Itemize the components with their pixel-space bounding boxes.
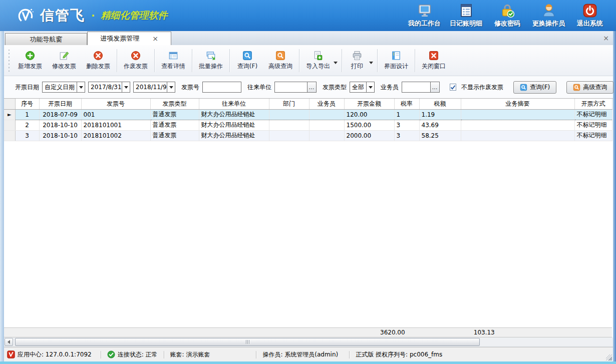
header-action-journal-detail[interactable]: 日记账明细 <box>450 3 482 28</box>
salesman-browse-button[interactable]: … <box>431 82 440 93</box>
toolbar-button-add-invoice[interactable]: 新增发票 <box>13 49 47 73</box>
tab-input-invoice-management[interactable]: 进项发票管理 × <box>87 32 171 45</box>
hide-void-checkbox[interactable] <box>450 84 456 91</box>
header-action-my-workbench[interactable]: 我的工作台 <box>408 3 441 28</box>
column-header[interactable]: 税率 <box>394 99 419 109</box>
column-header[interactable]: 部门 <box>269 99 309 109</box>
table-cell: 普通发票 <box>150 109 199 120</box>
salesman-input[interactable] <box>402 82 431 93</box>
window-bottom-edge <box>0 361 616 364</box>
toolbar-button-close-window[interactable]: 关闭窗口 <box>417 49 451 73</box>
column-header[interactable]: 税额 <box>419 99 461 109</box>
column-header[interactable]: 序号 <box>15 99 39 109</box>
table-cell: 不标记明细 <box>574 130 612 141</box>
toolbar-button-import-export[interactable]: 导入导出 <box>301 49 340 73</box>
table-cell: 普通发票 <box>150 120 199 130</box>
toolbar-button-advanced-query[interactable]: 高级查询 <box>263 49 297 73</box>
partner-browse-button[interactable]: … <box>307 82 317 93</box>
scroll-left-button[interactable] <box>5 338 13 346</box>
toolbar-button-view-details[interactable]: 查看详情 <box>156 49 190 73</box>
table-row[interactable]: 3 2018-10-10 2018101002 普通发票 财大办公用品经销处 2… <box>4 130 612 141</box>
table-cell: 2018101001 <box>81 120 150 130</box>
summary-tax-total: 103.13 <box>472 328 518 337</box>
status-app-center: 应用中心: 127.0.0.1:7092 <box>7 350 92 359</box>
batch-icon <box>206 51 216 61</box>
table-cell <box>309 130 344 141</box>
toolbar-button-void-invoice[interactable]: 作废发票 <box>119 49 153 73</box>
date-to-value: 2018/11/9 <box>134 84 167 91</box>
toolbar-button-print[interactable]: 打印 <box>344 49 376 73</box>
toolbar-separator <box>229 49 230 72</box>
toolbar-button-delete-invoice[interactable]: 删除发票 <box>81 49 115 73</box>
advanced-query-button[interactable]: 高级查询 <box>566 81 613 94</box>
partner-input[interactable] <box>274 82 307 93</box>
toolbar-button-label: 界面设计 <box>384 62 408 71</box>
salesman-label: 业务员 <box>381 83 399 92</box>
header-action-exit-system[interactable]: 退出系统 <box>574 3 606 28</box>
column-header[interactable]: 开票金额 <box>344 99 394 109</box>
toolbar-separator <box>342 49 342 72</box>
query-button-label: 查询(F) <box>530 83 550 92</box>
app-brand: 信管飞 · 精细化管理软件 <box>17 6 168 25</box>
invoice-no-input[interactable] <box>202 82 241 93</box>
toolbar-separator <box>192 49 192 72</box>
column-header[interactable]: 发票类型 <box>150 99 199 109</box>
filter-bar: 开票日期 自定义日期 2017/8/31 2018/11/9 发票号 往来单位 … <box>4 76 613 98</box>
header-action-change-operator[interactable]: 更换操作员 <box>532 3 565 28</box>
table-cell: 1.19 <box>419 109 461 120</box>
import-export-icon <box>313 51 323 61</box>
column-header[interactable]: 业务员 <box>309 99 344 109</box>
search-orange-icon <box>573 84 580 91</box>
column-header[interactable]: 发票号 <box>81 99 150 109</box>
tabbar-close-icon[interactable]: × <box>603 34 609 42</box>
horizontal-scrollbar[interactable] <box>4 337 613 347</box>
toolbar-separator <box>377 49 378 72</box>
table-cell: 43.69 <box>419 120 461 130</box>
header-action-change-password[interactable]: 修改密码 <box>491 3 523 28</box>
header-actions: 我的工作台 日记账明细 修改密码 <box>408 3 606 28</box>
date-to-select[interactable]: 2018/11/9 <box>133 82 175 93</box>
header-action-label: 更换操作员 <box>532 19 565 28</box>
toolbar-button-ui-design[interactable]: 界面设计 <box>379 49 413 73</box>
table-row[interactable]: 2 2018-10-10 2018101001 普通发票 财大办公用品经销处 1… <box>4 120 612 130</box>
column-header[interactable]: 开票方式 <box>574 99 612 109</box>
toolbar-grip-icon[interactable] <box>8 50 10 72</box>
status-operator: 操作员: 系统管理员(admin) <box>262 350 338 359</box>
tab-function-nav[interactable]: 功能导航窗 <box>5 33 87 45</box>
toolbar-button-batch-operations[interactable]: 批量操作 <box>194 49 228 73</box>
toolbar-button-edit-invoice[interactable]: 修改发票 <box>47 49 81 73</box>
search-blue-icon <box>520 84 527 91</box>
delete-icon <box>93 51 103 61</box>
dropdown-caret-icon <box>369 62 373 64</box>
table-cell: 普通发票 <box>150 130 199 141</box>
header-action-label: 我的工作台 <box>408 19 441 28</box>
tab-close-icon[interactable]: × <box>152 35 158 42</box>
table-cell: 1500.00 <box>344 120 394 130</box>
date-mode-select[interactable]: 自定义日期 <box>42 82 85 93</box>
close-window-icon <box>429 51 439 61</box>
status-connection: 连接状态: 正常 <box>107 350 158 359</box>
resize-grip-icon[interactable] <box>606 354 612 360</box>
toolbar-separator <box>415 49 415 72</box>
column-header[interactable]: 业务摘要 <box>461 99 574 109</box>
table-cell <box>269 120 309 130</box>
toolbar-button-label: 批量操作 <box>199 62 223 71</box>
table-cell: 2018-07-09 <box>39 109 81 120</box>
query-button[interactable]: 查询(F) <box>513 81 556 94</box>
print-icon <box>352 51 362 61</box>
invoice-type-select[interactable]: 全部 <box>350 82 375 93</box>
invoice-no-label: 发票号 <box>181 83 199 92</box>
status-connection-text: 连接状态: 正常 <box>118 350 158 359</box>
table-cell <box>269 109 309 120</box>
date-from-select[interactable]: 2017/8/31 <box>88 82 130 93</box>
monitor-icon <box>417 3 432 18</box>
column-header[interactable]: 开票日期 <box>39 99 81 109</box>
window-right-edge <box>613 31 616 361</box>
check-icon <box>450 85 456 90</box>
toolbar-button-query[interactable]: 查询(F) <box>231 49 263 73</box>
column-header[interactable]: 往来单位 <box>199 99 269 109</box>
horizontal-scrollbar-thumb[interactable] <box>15 338 480 346</box>
table-cell <box>461 109 574 120</box>
table-row[interactable]: ► 1 2018-07-09 001 普通发票 财大办公用品经销处 120.00… <box>4 109 612 120</box>
chevron-down-icon <box>77 82 85 92</box>
